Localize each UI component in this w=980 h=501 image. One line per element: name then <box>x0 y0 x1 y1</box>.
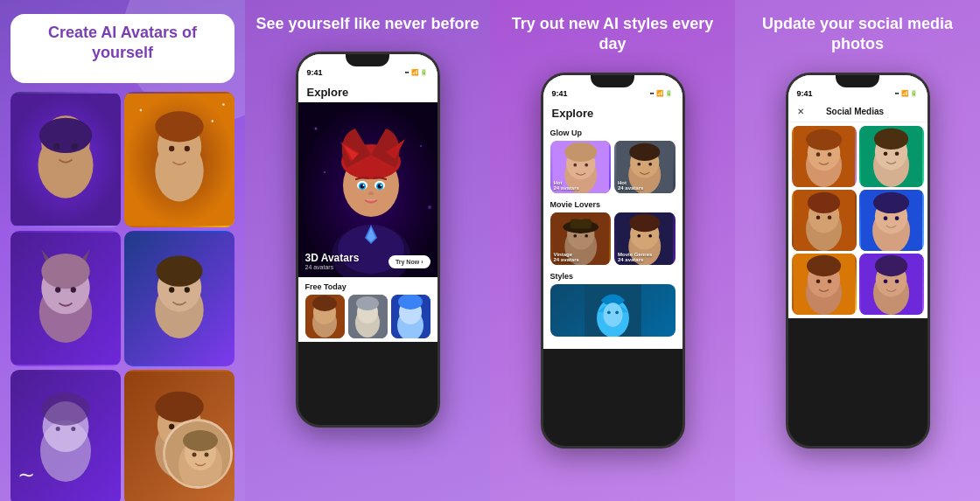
svg-point-125 <box>807 192 839 213</box>
close-icon[interactable]: ✕ <box>797 107 804 116</box>
svg-point-126 <box>816 215 820 219</box>
glow-up-title: Glow Up <box>550 129 676 137</box>
phone-mockup-3: 9:41 ▪▪ 📶 🔋 Explore Glow Up <box>541 73 685 449</box>
svg-point-45 <box>192 453 197 457</box>
styles-cards <box>550 284 676 337</box>
svg-point-127 <box>827 215 831 219</box>
panel-see-yourself: See yourself like never before 9:41 ▪▪ 📶… <box>245 0 490 501</box>
svg-point-4 <box>53 143 60 150</box>
panel-create-avatars: Create AI Avatars of yourself <box>0 0 245 501</box>
hot-card-1: Hot 24 avatars <box>550 141 612 193</box>
svg-point-20 <box>71 287 76 292</box>
svg-point-32 <box>71 427 75 431</box>
svg-point-3 <box>39 117 92 152</box>
svg-point-107 <box>603 303 622 327</box>
svg-point-91 <box>648 163 652 166</box>
social-avatar-5 <box>792 254 857 315</box>
time-display: 9:41 <box>307 68 323 77</box>
svg-point-12 <box>140 108 143 111</box>
styles-title: Styles <box>550 272 676 281</box>
svg-point-36 <box>155 392 203 422</box>
svg-point-71 <box>312 296 337 311</box>
svg-point-48 <box>314 128 317 130</box>
svg-point-144 <box>883 279 887 283</box>
style-card-1 <box>550 284 676 337</box>
avatar-cell-4 <box>124 231 234 366</box>
movie-genres-label: Movie Genres 24 avatars <box>618 252 652 262</box>
svg-point-139 <box>827 279 831 283</box>
hot-label-1: Hot 24 avatars <box>554 180 579 191</box>
svg-point-145 <box>894 279 899 283</box>
social-avatar-2 <box>859 126 924 187</box>
svg-point-98 <box>584 234 588 238</box>
phone-notch <box>346 54 389 66</box>
svg-point-11 <box>185 146 190 151</box>
svg-point-31 <box>56 427 60 431</box>
status-icons-4: ▪▪ 📶 🔋 <box>895 90 919 97</box>
svg-point-49 <box>420 145 422 147</box>
svg-point-5 <box>71 143 78 150</box>
svg-point-67 <box>368 191 374 195</box>
panel-ai-styles: Try out new AI styles every day 9:41 ▪▪ … <box>490 0 735 501</box>
svg-point-131 <box>873 192 909 213</box>
svg-point-104 <box>648 234 652 238</box>
hero-info: 3D Avatars 24 avatars <box>305 252 360 270</box>
hero-title: 3D Avatars <box>305 252 360 264</box>
svg-point-75 <box>356 296 379 310</box>
svg-point-10 <box>169 146 174 151</box>
svg-point-119 <box>873 129 907 150</box>
svg-point-46 <box>205 453 209 457</box>
svg-point-108 <box>607 310 611 314</box>
free-card-2 <box>348 295 388 338</box>
svg-point-25 <box>169 287 174 292</box>
avatar-cell-1 <box>10 92 121 227</box>
free-cards-row <box>305 295 430 338</box>
free-card-1 <box>305 295 345 338</box>
svg-point-66 <box>380 184 382 186</box>
svg-point-103 <box>637 234 640 238</box>
free-today-section: Free Today <box>298 277 438 342</box>
movie-cards: Vintage 24 avatars <box>550 212 676 265</box>
phone-mockup-2: 9:41 ▪▪ 📶 🔋 Explore <box>296 52 440 428</box>
status-icons-3: ▪▪ 📶 🔋 <box>650 90 674 97</box>
phone-notch-3 <box>591 75 634 87</box>
svg-point-109 <box>615 310 619 314</box>
svg-point-26 <box>185 287 190 292</box>
svg-point-51 <box>428 205 431 209</box>
phone-mockup-4: 9:41 ▪▪ 📶 🔋 ✕ Social Medias <box>786 73 930 449</box>
avatar-cell-2 <box>124 92 234 227</box>
svg-point-85 <box>584 164 588 167</box>
explore-screen: Glow Up Hot <box>543 123 682 349</box>
svg-point-102 <box>629 214 660 232</box>
panel-4-title: Update your social media photos <box>746 14 970 55</box>
svg-point-97 <box>573 234 577 238</box>
social-avatar-6 <box>859 254 924 315</box>
panel-1-title: Create AI Avatars of yourself <box>23 23 222 64</box>
try-now-button[interactable]: Try Now › <box>388 255 430 268</box>
svg-point-13 <box>212 120 214 122</box>
svg-point-138 <box>816 279 820 283</box>
panel-social-media: Update your social media photos 9:41 ▪▪ … <box>735 0 980 501</box>
social-avatar-grid <box>788 122 928 318</box>
svg-point-132 <box>883 216 887 220</box>
social-avatar-1 <box>792 126 857 187</box>
svg-point-19 <box>55 287 60 292</box>
movie-lovers-title: Movie Lovers <box>550 200 676 209</box>
svg-point-14 <box>222 103 225 106</box>
vintage-card: Vintage 24 avatars <box>550 212 612 265</box>
svg-point-24 <box>157 255 203 286</box>
svg-point-121 <box>894 151 899 156</box>
vintage-label: Vintage 24 avatars <box>554 252 579 262</box>
svg-point-133 <box>894 216 899 220</box>
hot-label-2: Hot 24 avatars <box>618 180 643 191</box>
time-4: 9:41 <box>797 89 813 98</box>
panel-3-title: Try out new AI styles every day <box>500 14 724 55</box>
svg-rect-96 <box>570 219 591 228</box>
glow-up-cards: Hot 24 avatars <box>550 141 676 193</box>
svg-point-90 <box>637 163 640 166</box>
hero-card: 3D Avatars 24 avatars Try Now › <box>298 102 438 277</box>
social-avatar-3 <box>792 190 857 251</box>
movie-genres-card: Movie Genres 24 avatars <box>614 212 676 265</box>
phone-notch-4 <box>836 75 879 87</box>
free-today-label: Free Today <box>305 282 430 291</box>
